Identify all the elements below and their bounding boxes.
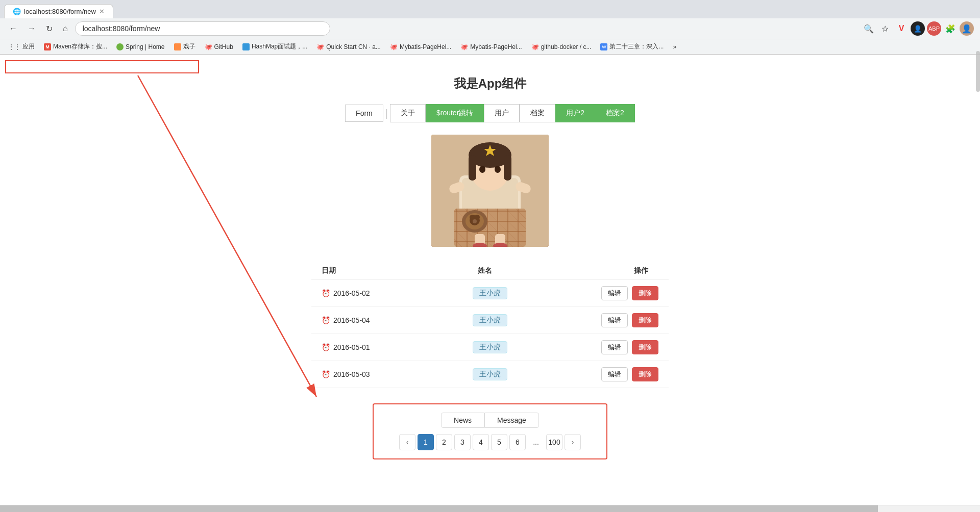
star-icon[interactable]: ☆ bbox=[878, 21, 892, 36]
bookmark-more[interactable]: » bbox=[669, 42, 680, 52]
date-value-1: 2016-05-02 bbox=[333, 289, 370, 297]
edit-button-3[interactable]: 编辑 bbox=[601, 340, 628, 354]
table-row-date-3: ⏰ 2016-05-01 bbox=[322, 343, 434, 351]
clock-icon: ⏰ bbox=[322, 289, 330, 297]
tab-news[interactable]: News bbox=[441, 413, 484, 428]
back-button[interactable]: ← bbox=[6, 22, 20, 35]
vivaldi-icon[interactable]: V bbox=[894, 21, 909, 36]
bookmark-mybatis2[interactable]: 🐙 Mybatis-PageHel... bbox=[456, 42, 526, 52]
bookmark-spring-label: Spring | Home bbox=[126, 43, 164, 50]
active-tab[interactable]: 🌐 localhost:8080/form/new ✕ bbox=[4, 4, 113, 18]
table-header-name: 姓名 bbox=[430, 266, 539, 275]
next-page-button[interactable]: › bbox=[565, 434, 581, 450]
delete-button-2[interactable]: 删除 bbox=[632, 313, 658, 327]
bookmark-hashmap-label: HashMap面试题，... bbox=[252, 42, 307, 51]
drama-favicon bbox=[174, 43, 181, 50]
nav-profile2-button[interactable]: 档案2 bbox=[595, 104, 635, 122]
tab-close-icon[interactable]: ✕ bbox=[99, 8, 105, 15]
tab-title: localhost:8080/form/new bbox=[24, 8, 96, 15]
table-row-date-2: ⏰ 2016-05-04 bbox=[322, 316, 434, 324]
tab-message[interactable]: Message bbox=[484, 413, 539, 428]
chapter23-favicon: W bbox=[600, 43, 607, 50]
table-row-actions-3: 编辑 删除 bbox=[546, 340, 658, 354]
table-row: ⏰ 2016-05-03 王小虎 编辑 删除 bbox=[311, 361, 669, 388]
profile-icon[interactable]: 👤 bbox=[911, 21, 925, 36]
tab-bar: 🌐 localhost:8080/form/new ✕ bbox=[0, 0, 980, 18]
bookmark-docker[interactable]: 🐙 github-docker / c... bbox=[527, 42, 596, 52]
search-icon[interactable]: 🔍 bbox=[862, 21, 876, 36]
bookmark-maven-label: Maven存储库：搜... bbox=[53, 42, 107, 51]
table-row-actions-4: 编辑 删除 bbox=[546, 367, 658, 381]
bookmark-github-label: GitHub bbox=[214, 43, 233, 50]
browser-toolbar: ← → ↻ ⌂ 🔍 ☆ V 👤 ABP 🧩 👤 bbox=[0, 18, 980, 39]
bookmarks-bar: ⋮⋮ 应用 M Maven存储库：搜... Spring | Home 戏子 🐙… bbox=[0, 39, 980, 55]
home-button[interactable]: ⌂ bbox=[60, 22, 71, 35]
edit-button-4[interactable]: 编辑 bbox=[601, 367, 628, 381]
user-avatar[interactable]: 👤 bbox=[960, 21, 974, 36]
name-tag-2[interactable]: 王小虎 bbox=[473, 314, 507, 326]
name-tag-1[interactable]: 王小虎 bbox=[473, 287, 507, 299]
bookmark-chapter23-label: 第二十三章：深入... bbox=[609, 42, 664, 51]
clock-icon: ⏰ bbox=[322, 343, 330, 351]
table-row-name-2: 王小虎 bbox=[434, 314, 546, 326]
delete-button-1[interactable]: 删除 bbox=[632, 286, 658, 300]
clock-icon: ⏰ bbox=[322, 316, 330, 324]
url-bar[interactable] bbox=[75, 21, 330, 36]
bookmark-chapter23[interactable]: W 第二十三章：深入... bbox=[596, 41, 668, 52]
nav-profile-button[interactable]: 档案 bbox=[520, 104, 555, 122]
forward-button[interactable]: → bbox=[24, 22, 39, 35]
bookmark-spring[interactable]: Spring | Home bbox=[112, 42, 168, 52]
date-value-3: 2016-05-01 bbox=[333, 343, 370, 351]
extension1-icon[interactable]: ABP bbox=[927, 21, 941, 36]
nav-user2-button[interactable]: 用户2 bbox=[555, 104, 595, 122]
scrollbar-thumb[interactable] bbox=[976, 51, 980, 92]
bookmark-quickstart[interactable]: 🐙 Quick Start CN · a... bbox=[312, 42, 385, 52]
page-5-button[interactable]: 5 bbox=[491, 434, 507, 450]
bookmark-mybatis1-label: Mybatis-PageHel... bbox=[400, 43, 451, 50]
nav-user-button[interactable]: 用户 bbox=[484, 104, 520, 122]
page-1-button[interactable]: 1 bbox=[418, 434, 434, 450]
nav-about-button[interactable]: 关于 bbox=[390, 104, 426, 122]
name-tag-3[interactable]: 王小虎 bbox=[473, 341, 507, 353]
bookmark-apps-label: 应用 bbox=[22, 42, 35, 51]
bookmark-maven[interactable]: M Maven存储库：搜... bbox=[40, 41, 111, 52]
page-4-button[interactable]: 4 bbox=[473, 434, 489, 450]
bookmark-mybatis1[interactable]: 🐙 Mybatis-PageHel... bbox=[386, 42, 455, 52]
delete-button-4[interactable]: 删除 bbox=[632, 367, 658, 381]
page-2-button[interactable]: 2 bbox=[436, 434, 452, 450]
reload-button[interactable]: ↻ bbox=[43, 22, 56, 36]
table-row: ⏰ 2016-05-04 王小虎 编辑 删除 bbox=[311, 307, 669, 334]
prev-page-button[interactable]: ‹ bbox=[399, 434, 415, 450]
svg-point-17 bbox=[473, 219, 477, 223]
mybatis1-icon: 🐙 bbox=[390, 43, 398, 50]
svg-rect-8 bbox=[504, 155, 511, 181]
extension2-icon[interactable]: 🧩 bbox=[943, 21, 958, 36]
delete-button-3[interactable]: 删除 bbox=[632, 340, 658, 354]
url-annotation-box bbox=[5, 60, 199, 73]
nav-separator: | bbox=[383, 108, 390, 119]
table-row-actions-1: 编辑 删除 bbox=[546, 286, 658, 300]
nav-form-button[interactable]: Form bbox=[345, 105, 383, 122]
date-value-4: 2016-05-03 bbox=[333, 370, 370, 378]
page-100-button[interactable]: 100 bbox=[546, 434, 562, 450]
page-6-button[interactable]: 6 bbox=[509, 434, 526, 450]
browser-action-icons: 🔍 ☆ V 👤 ABP 🧩 👤 bbox=[862, 21, 974, 36]
bookmark-mybatis2-label: Mybatis-PageHel... bbox=[470, 43, 522, 50]
bookmark-hashmap[interactable]: HashMap面试题，... bbox=[238, 41, 311, 52]
bookmark-apps[interactable]: ⋮⋮ 应用 bbox=[4, 41, 39, 52]
avatar-image bbox=[431, 135, 549, 247]
edit-button-2[interactable]: 编辑 bbox=[601, 313, 628, 327]
edit-button-1[interactable]: 编辑 bbox=[601, 286, 628, 300]
table-row-date-4: ⏰ 2016-05-03 bbox=[322, 370, 434, 378]
name-tag-4[interactable]: 王小虎 bbox=[473, 368, 507, 380]
svg-point-16 bbox=[475, 215, 480, 220]
bookmark-github[interactable]: 🐙 GitHub bbox=[201, 42, 237, 52]
nav-router-button[interactable]: $router跳转 bbox=[426, 104, 484, 122]
table-row-name-1: 王小虎 bbox=[434, 287, 546, 299]
bookmark-drama[interactable]: 戏子 bbox=[170, 41, 200, 52]
pagination-tabs: News Message bbox=[441, 413, 539, 428]
table-row: ⏰ 2016-05-01 王小虎 编辑 删除 bbox=[311, 334, 669, 361]
data-table: 日期 姓名 操作 ⏰ 2016-05-02 王小虎 编辑 删除 ⏰ 2016-0… bbox=[311, 262, 669, 388]
page-3-button[interactable]: 3 bbox=[454, 434, 471, 450]
bookmark-quickstart-label: Quick Start CN · a... bbox=[326, 43, 381, 50]
